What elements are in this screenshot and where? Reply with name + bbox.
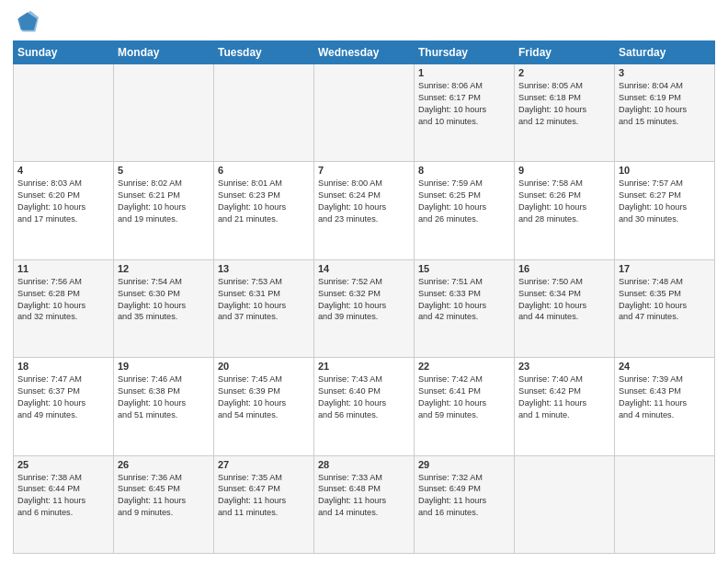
calendar-cell: 16Sunrise: 7:50 AM Sunset: 6:34 PM Dayli… <box>515 259 615 357</box>
day-number: 14 <box>318 263 410 274</box>
calendar-cell: 17Sunrise: 7:48 AM Sunset: 6:35 PM Dayli… <box>615 259 715 357</box>
day-number: 28 <box>318 459 410 470</box>
day-number: 21 <box>318 361 410 372</box>
day-info: Sunrise: 7:38 AM Sunset: 6:44 PM Dayligh… <box>17 472 109 520</box>
day-info: Sunrise: 7:42 AM Sunset: 6:41 PM Dayligh… <box>418 373 510 421</box>
day-info: Sunrise: 7:46 AM Sunset: 6:38 PM Dayligh… <box>118 373 210 421</box>
day-number: 11 <box>17 263 109 274</box>
day-info: Sunrise: 8:04 AM Sunset: 6:19 PM Dayligh… <box>619 80 711 128</box>
day-number: 29 <box>418 459 510 470</box>
calendar-cell: 8Sunrise: 7:59 AM Sunset: 6:25 PM Daylig… <box>415 162 515 259</box>
day-number: 13 <box>218 263 310 274</box>
calendar-cell: 2Sunrise: 8:05 AM Sunset: 6:18 PM Daylig… <box>515 64 615 162</box>
day-number: 10 <box>619 165 711 176</box>
day-number: 9 <box>518 165 610 176</box>
day-info: Sunrise: 7:40 AM Sunset: 6:42 PM Dayligh… <box>518 373 610 421</box>
day-info: Sunrise: 7:50 AM Sunset: 6:34 PM Dayligh… <box>518 276 610 324</box>
day-info: Sunrise: 7:43 AM Sunset: 6:40 PM Dayligh… <box>318 373 410 421</box>
day-number: 25 <box>17 459 109 470</box>
weekday-header: Thursday <box>415 41 515 64</box>
calendar-cell: 1Sunrise: 8:06 AM Sunset: 6:17 PM Daylig… <box>415 64 515 162</box>
day-number: 15 <box>418 263 510 274</box>
day-number: 16 <box>518 263 610 274</box>
calendar-cell <box>615 455 715 553</box>
day-info: Sunrise: 7:32 AM Sunset: 6:49 PM Dayligh… <box>418 472 510 520</box>
calendar-week-row: 11Sunrise: 7:56 AM Sunset: 6:28 PM Dayli… <box>14 259 715 357</box>
day-number: 17 <box>619 263 711 274</box>
calendar-cell: 15Sunrise: 7:51 AM Sunset: 6:33 PM Dayli… <box>415 259 515 357</box>
weekday-header: Wednesday <box>314 41 415 64</box>
day-number: 3 <box>619 67 711 78</box>
day-info: Sunrise: 8:02 AM Sunset: 6:21 PM Dayligh… <box>118 178 210 225</box>
calendar-cell: 4Sunrise: 8:03 AM Sunset: 6:20 PM Daylig… <box>14 162 114 259</box>
day-info: Sunrise: 7:51 AM Sunset: 6:33 PM Dayligh… <box>418 276 510 324</box>
day-info: Sunrise: 7:33 AM Sunset: 6:48 PM Dayligh… <box>318 472 410 520</box>
day-number: 22 <box>418 361 510 372</box>
day-info: Sunrise: 7:35 AM Sunset: 6:47 PM Dayligh… <box>218 472 310 520</box>
day-info: Sunrise: 8:03 AM Sunset: 6:20 PM Dayligh… <box>17 178 109 225</box>
calendar-cell <box>515 455 615 553</box>
day-info: Sunrise: 7:58 AM Sunset: 6:26 PM Dayligh… <box>518 178 610 225</box>
day-info: Sunrise: 7:53 AM Sunset: 6:31 PM Dayligh… <box>218 276 310 324</box>
day-number: 26 <box>118 459 210 470</box>
day-number: 24 <box>619 361 711 372</box>
calendar-cell <box>114 64 214 162</box>
calendar-header-row: SundayMondayTuesdayWednesdayThursdayFrid… <box>14 41 715 64</box>
day-info: Sunrise: 8:06 AM Sunset: 6:17 PM Dayligh… <box>418 80 510 128</box>
day-info: Sunrise: 8:00 AM Sunset: 6:24 PM Dayligh… <box>318 178 410 225</box>
day-number: 4 <box>17 165 109 176</box>
day-number: 2 <box>518 67 610 78</box>
day-number: 6 <box>218 165 310 176</box>
calendar-cell: 11Sunrise: 7:56 AM Sunset: 6:28 PM Dayli… <box>14 259 114 357</box>
calendar-cell: 13Sunrise: 7:53 AM Sunset: 6:31 PM Dayli… <box>214 259 314 357</box>
calendar-cell: 28Sunrise: 7:33 AM Sunset: 6:48 PM Dayli… <box>314 455 415 553</box>
logo <box>13 9 42 35</box>
calendar-cell: 24Sunrise: 7:39 AM Sunset: 6:43 PM Dayli… <box>615 358 715 455</box>
weekday-header: Friday <box>515 41 615 64</box>
day-number: 19 <box>118 361 210 372</box>
calendar-table: SundayMondayTuesdayWednesdayThursdayFrid… <box>13 40 715 554</box>
calendar-cell: 18Sunrise: 7:47 AM Sunset: 6:37 PM Dayli… <box>14 358 114 455</box>
calendar-cell <box>14 64 114 162</box>
calendar-cell: 22Sunrise: 7:42 AM Sunset: 6:41 PM Dayli… <box>415 358 515 455</box>
calendar-cell: 10Sunrise: 7:57 AM Sunset: 6:27 PM Dayli… <box>615 162 715 259</box>
logo-icon <box>13 9 39 35</box>
day-info: Sunrise: 7:45 AM Sunset: 6:39 PM Dayligh… <box>218 373 310 421</box>
calendar-cell <box>314 64 415 162</box>
calendar-cell: 23Sunrise: 7:40 AM Sunset: 6:42 PM Dayli… <box>515 358 615 455</box>
calendar-cell: 3Sunrise: 8:04 AM Sunset: 6:19 PM Daylig… <box>615 64 715 162</box>
calendar-week-row: 25Sunrise: 7:38 AM Sunset: 6:44 PM Dayli… <box>14 455 715 553</box>
day-info: Sunrise: 7:36 AM Sunset: 6:45 PM Dayligh… <box>118 472 210 520</box>
weekday-header: Sunday <box>14 41 114 64</box>
day-info: Sunrise: 7:54 AM Sunset: 6:30 PM Dayligh… <box>118 276 210 324</box>
weekday-header: Tuesday <box>214 41 314 64</box>
header <box>13 9 715 35</box>
calendar-cell: 5Sunrise: 8:02 AM Sunset: 6:21 PM Daylig… <box>114 162 214 259</box>
day-info: Sunrise: 7:47 AM Sunset: 6:37 PM Dayligh… <box>17 373 109 421</box>
calendar-cell: 21Sunrise: 7:43 AM Sunset: 6:40 PM Dayli… <box>314 358 415 455</box>
calendar-cell: 12Sunrise: 7:54 AM Sunset: 6:30 PM Dayli… <box>114 259 214 357</box>
weekday-header: Saturday <box>615 41 715 64</box>
calendar-week-row: 1Sunrise: 8:06 AM Sunset: 6:17 PM Daylig… <box>14 64 715 162</box>
calendar-cell: 29Sunrise: 7:32 AM Sunset: 6:49 PM Dayli… <box>415 455 515 553</box>
day-info: Sunrise: 8:01 AM Sunset: 6:23 PM Dayligh… <box>218 178 310 225</box>
calendar-week-row: 4Sunrise: 8:03 AM Sunset: 6:20 PM Daylig… <box>14 162 715 259</box>
page: SundayMondayTuesdayWednesdayThursdayFrid… <box>0 0 728 563</box>
day-number: 8 <box>418 165 510 176</box>
calendar-cell: 9Sunrise: 7:58 AM Sunset: 6:26 PM Daylig… <box>515 162 615 259</box>
day-info: Sunrise: 7:52 AM Sunset: 6:32 PM Dayligh… <box>318 276 410 324</box>
day-number: 23 <box>518 361 610 372</box>
calendar-cell <box>214 64 314 162</box>
day-info: Sunrise: 7:57 AM Sunset: 6:27 PM Dayligh… <box>619 178 711 225</box>
calendar-cell: 20Sunrise: 7:45 AM Sunset: 6:39 PM Dayli… <box>214 358 314 455</box>
svg-marker-1 <box>19 11 39 32</box>
day-info: Sunrise: 7:39 AM Sunset: 6:43 PM Dayligh… <box>619 373 711 421</box>
calendar-cell: 27Sunrise: 7:35 AM Sunset: 6:47 PM Dayli… <box>214 455 314 553</box>
day-number: 12 <box>118 263 210 274</box>
day-number: 20 <box>218 361 310 372</box>
day-info: Sunrise: 7:59 AM Sunset: 6:25 PM Dayligh… <box>418 178 510 225</box>
day-number: 7 <box>318 165 410 176</box>
day-number: 27 <box>218 459 310 470</box>
day-number: 1 <box>418 67 510 78</box>
weekday-header: Monday <box>114 41 214 64</box>
